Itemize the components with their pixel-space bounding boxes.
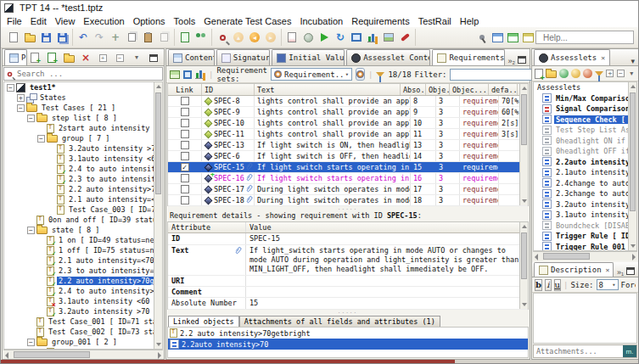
project-tree-item[interactable]: −group [ 7 ] xyxy=(4,133,162,143)
project-tree-item[interactable]: −group_001 [ 2 ] xyxy=(4,337,162,347)
project-tree-item[interactable]: +States xyxy=(4,92,162,103)
open-folder-icon[interactable] xyxy=(61,50,76,65)
save-all-icon[interactable] xyxy=(54,30,70,45)
refresh-icon[interactable]: ↻ xyxy=(333,30,348,45)
project-tree-item[interactable]: 2.2 auto intensity>70getbright xyxy=(4,276,162,286)
column-header-text[interactable]: Text xyxy=(255,84,401,95)
size-combo[interactable]: 8 ▾ xyxy=(597,279,619,290)
link-checkbox[interactable] xyxy=(181,108,189,116)
requirement-row[interactable]: SPEC-8lights control shall provide an ap… xyxy=(168,96,528,107)
filter-input[interactable] xyxy=(450,69,541,81)
requirement-row[interactable]: SPEC-16If light switch starts operating … xyxy=(168,173,528,184)
project-tree-item[interactable]: 1 off [ ID=75 status=new ] xyxy=(4,245,162,255)
project-tree-item[interactable]: 2.4 to auto intensity>70getbrig xyxy=(4,286,162,296)
details-row[interactable]: IDSPEC-15 xyxy=(168,233,528,245)
assesslet-item[interactable]: Test Step List Assessments xyxy=(534,125,636,136)
bold-button[interactable]: b xyxy=(535,279,542,291)
scroll-thumb[interactable] xyxy=(14,351,90,358)
assesslet-item[interactable]: Signal Comparison [ ID=32 ] xyxy=(534,104,636,115)
table-vscrollbar[interactable] xyxy=(519,84,528,205)
menu-item-edit[interactable]: Edit xyxy=(26,16,51,26)
link-checkbox[interactable]: ✓ xyxy=(181,163,189,171)
collapse-icon[interactable]: − xyxy=(27,339,35,346)
perspective-green-icon[interactable] xyxy=(505,30,520,45)
edit-test-cases-icon[interactable] xyxy=(177,30,193,45)
navigate-forward-icon[interactable]: ▸ xyxy=(263,30,278,45)
linked-item[interactable]: 2.2 auto intensity>70getbright xyxy=(168,328,528,339)
new-variant-icon[interactable] xyxy=(44,50,59,65)
image-viewer-icon[interactable] xyxy=(381,30,396,45)
tab-project[interactable]: Project ✕ xyxy=(4,49,27,65)
project-tree-item[interactable]: 2.1 auto intensity=<70 [ ID xyxy=(4,194,162,204)
team-share-icon[interactable] xyxy=(193,30,209,45)
assesslet-item[interactable]: 2.4change to auto intensity > xyxy=(534,178,636,189)
column-header-link[interactable]: Link xyxy=(168,84,202,95)
project-tree-item[interactable]: Test Case_001 [ ID=71 status=new xyxy=(4,316,162,327)
assesslets-hscrollbar[interactable] xyxy=(533,251,637,260)
link-checkbox[interactable] xyxy=(181,152,189,160)
gear-red-icon[interactable] xyxy=(583,66,592,81)
assesslets-vscrollbar[interactable] xyxy=(628,82,636,250)
assesslet-item[interactable]: Sequence Check [ ID=33 ] xyxy=(534,115,636,126)
help-input[interactable] xyxy=(541,32,618,43)
perspective-blue-icon[interactable] xyxy=(490,30,505,45)
gear-yellow-icon[interactable] xyxy=(571,66,580,81)
assesslet-item[interactable]: 0headlight ON if switch ON xyxy=(534,136,636,147)
requirement-row[interactable]: SPEC-6If light switch is OFF, then headl… xyxy=(168,151,528,162)
new-testcase-icon[interactable] xyxy=(27,50,42,65)
linked-item[interactable]: 2.2auto intensity>70 xyxy=(168,339,528,350)
linked-tab-0[interactable]: Linked objects xyxy=(168,316,239,327)
new-document-icon[interactable] xyxy=(6,30,21,45)
help-search-box[interactable] xyxy=(535,31,634,44)
scroll-right-icon[interactable] xyxy=(158,352,161,359)
assesslet-item[interactable]: 2.3change to auto intensity < xyxy=(534,188,636,199)
maximize-icon[interactable] xyxy=(146,50,161,65)
assesslet-item[interactable]: Boundcheck [DISABLED] [ ID=1 xyxy=(534,221,636,232)
requirement-row[interactable]: SPEC-13If light switch is ON, then headl… xyxy=(168,140,528,151)
column-header-id[interactable]: ID xyxy=(202,84,255,95)
project-tree-item[interactable]: 2.3 to auto intensity=<70getdar xyxy=(4,266,162,276)
project-tree-item[interactable]: 0on and off [ ID=39 status=new ] xyxy=(4,215,162,225)
report-icon[interactable] xyxy=(284,30,300,45)
link-checkbox[interactable] xyxy=(181,196,189,204)
project-tree-item[interactable]: −Test Cases [ 21 ] xyxy=(4,103,162,113)
project-tree-item[interactable]: Test Case_003 [ ID=77 statu xyxy=(4,204,162,215)
run-tests-icon[interactable] xyxy=(317,30,332,45)
assesslet-item[interactable]: 2.2auto intensity>70 [ ID=4 xyxy=(534,157,636,168)
scroll-up-icon[interactable] xyxy=(522,87,527,90)
project-tree-item[interactable]: −step list [ 8 ] xyxy=(4,113,162,123)
column-header-abso[interactable]: Abso... xyxy=(401,84,426,95)
expand-all-icon[interactable]: + xyxy=(606,66,614,81)
attachments-field[interactable]: m. xyxy=(533,344,637,358)
project-tree-item[interactable]: −test1* xyxy=(4,82,162,92)
collapse-icon[interactable]: − xyxy=(17,104,25,112)
scroll-thumb[interactable] xyxy=(543,253,590,260)
tab-assesslets[interactable]: Assesslets ✕ xyxy=(534,49,610,65)
perspective-yellow-icon[interactable] xyxy=(520,30,535,45)
assesslet-item[interactable]: 3.2auto intensity>70 3s [ II xyxy=(534,199,636,210)
tab-initial-values[interactable]: Initial Values xyxy=(272,49,345,65)
underline-button[interactable]: u xyxy=(554,279,561,291)
link-checkbox[interactable] xyxy=(181,97,189,105)
scroll-thumb[interactable] xyxy=(521,94,527,145)
view-menu-icon[interactable]: ▾ xyxy=(627,66,636,81)
close-icon[interactable]: ✕ xyxy=(606,266,610,274)
maximize-icon[interactable] xyxy=(626,267,635,277)
project-vscrollbar[interactable] xyxy=(154,82,162,349)
paste-icon[interactable] xyxy=(140,30,155,45)
menu-item-execution[interactable]: Execution xyxy=(79,16,128,26)
scroll-right-icon[interactable] xyxy=(632,254,636,260)
assesslet-item[interactable]: Trigger Rule [ ID=29 ] xyxy=(534,231,636,242)
tab-signature[interactable]: Signature xyxy=(216,49,271,65)
requirement-sets-combo[interactable]: Requirement... ▾ xyxy=(271,68,352,81)
collapse-icon[interactable]: − xyxy=(27,227,35,234)
scroll-down-icon[interactable] xyxy=(522,199,527,203)
description-editor[interactable] xyxy=(533,293,637,344)
search-input[interactable] xyxy=(15,69,160,79)
assesslet-item[interactable]: Trigger Rule_001 [ ID=31 ] xyxy=(534,242,636,252)
link-checkbox[interactable] xyxy=(181,119,189,127)
expand-icon[interactable]: + xyxy=(17,94,25,102)
assesslet-item[interactable]: Min/Max Comparison [ ID=34 ] xyxy=(534,93,636,104)
project-tree-item[interactable]: −state [ 8 ] xyxy=(4,225,162,235)
attachments-input[interactable] xyxy=(534,347,623,356)
